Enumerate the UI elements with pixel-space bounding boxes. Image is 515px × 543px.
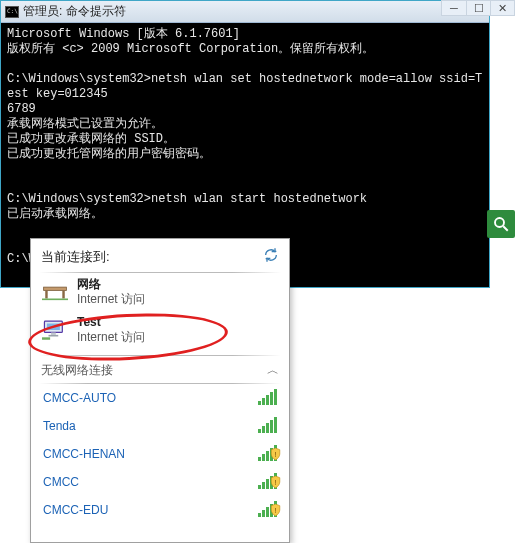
svg-rect-5 [42,299,68,301]
cmd-line: 6789 [7,102,36,116]
connection-status: Internet 访问 [77,292,145,307]
cmd-icon [5,6,19,18]
cmd-line: 版权所有 <c> 2009 Microsoft Corporation。保留所有… [7,42,374,56]
signal-icon: ! [258,447,277,461]
svg-line-1 [503,226,508,231]
shield-icon: ! [270,448,281,463]
svg-rect-4 [62,290,64,298]
signal-icon [258,419,277,433]
cmd-line: 已成功更改托管网络的用户密钥密码。 [7,147,211,161]
chevron-up-icon: ︿ [267,362,279,379]
network-flyout: 当前连接到: 网络 Internet 访问 [30,238,290,543]
wifi-name: CMCC [43,475,79,489]
wifi-section-header[interactable]: 无线网络连接 ︿ [31,356,289,383]
svg-rect-3 [45,290,47,298]
svg-rect-9 [49,335,59,337]
cmd-line: 已成功更改承载网络的 SSID。 [7,132,175,146]
search-icon[interactable] [487,210,515,238]
minimize-button[interactable]: ─ [442,1,466,15]
svg-text:!: ! [274,450,276,459]
connection-name: 网络 [77,277,145,292]
signal-icon: ! [258,475,277,489]
svg-rect-10 [42,337,50,339]
connection-name: Test [77,315,145,330]
network-header: 当前连接到: [31,239,289,272]
cmd-titlebar[interactable]: 管理员: 命令提示符 [1,1,489,23]
wifi-item[interactable]: CMCC-AUTO [31,384,289,412]
monitor-icon [41,316,69,344]
shield-icon: ! [270,476,281,491]
wifi-item[interactable]: CMCC-HENAN ! [31,440,289,468]
svg-point-0 [495,218,504,227]
svg-text:!: ! [274,506,276,515]
connection-item-ethernet[interactable]: 网络 Internet 访问 [31,273,289,311]
shield-icon: ! [270,504,281,519]
cmd-line: 已启动承载网络。 [7,207,103,221]
connection-item-hostednetwork[interactable]: Test Internet 访问 [31,311,289,349]
network-header-title: 当前连接到: [41,248,110,266]
bench-icon [41,278,69,306]
window-buttons-fragment: ─ ☐ ✕ [441,0,515,16]
cmd-line: Microsoft Windows [版本 6.1.7601] [7,27,240,41]
svg-rect-2 [44,287,67,290]
close-button[interactable]: ✕ [490,1,514,15]
wifi-name: CMCC-HENAN [43,447,125,461]
wifi-item[interactable]: CMCC-EDU ! [31,496,289,524]
wifi-name: Tenda [43,419,76,433]
cmd-line: 承载网络模式已设置为允许。 [7,117,163,131]
wifi-name: CMCC-AUTO [43,391,116,405]
wifi-item[interactable]: CMCC ! [31,468,289,496]
wifi-name: CMCC-EDU [43,503,108,517]
wifi-section-title: 无线网络连接 [41,362,113,379]
svg-rect-8 [51,332,56,334]
refresh-icon[interactable] [263,247,279,266]
signal-icon: ! [258,503,277,517]
wifi-item[interactable]: Tenda [31,412,289,440]
svg-text:!: ! [274,478,276,487]
connection-status: Internet 访问 [77,330,145,345]
signal-icon [258,391,277,405]
maximize-button[interactable]: ☐ [466,1,490,15]
cmd-title: 管理员: 命令提示符 [23,3,126,20]
svg-rect-7 [47,324,60,331]
cmd-line: C:\Windows\system32>netsh wlan set hoste… [7,72,482,101]
cmd-line: C:\Windows\system32>netsh wlan start hos… [7,192,367,206]
